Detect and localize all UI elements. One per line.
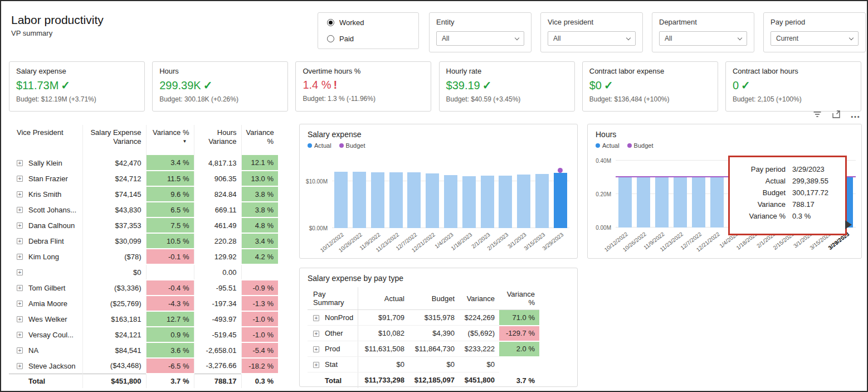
bar-12/7/2022[interactable] xyxy=(692,177,705,228)
expand-icon[interactable]: + xyxy=(17,207,23,213)
vp-table-row[interactable]: +Debra Flint$30,09910.5 %220.283.4 % xyxy=(9,233,278,249)
bar-11/9/2022[interactable] xyxy=(655,177,669,228)
filter-dropdown-vice-president[interactable]: All xyxy=(548,31,636,46)
expand-icon[interactable]: + xyxy=(17,316,23,322)
vp-table-row[interactable]: +Wes Welker$163,18112.7 %-493.97-1.0 % xyxy=(9,311,278,327)
filter-icon[interactable] xyxy=(812,109,822,119)
kpi-value: $39.19✓ xyxy=(446,79,568,92)
hours-variance-cell: -95.51 xyxy=(194,280,241,296)
bar-10/12/2022[interactable] xyxy=(618,177,632,228)
radio-unselected-icon xyxy=(327,35,334,42)
pay-column-header[interactable]: Variance % xyxy=(499,287,539,310)
vp-table-row[interactable]: +Dana Calhoun$37,3537.5 %461.494.8 % xyxy=(9,217,278,233)
bar-10/26/2022[interactable] xyxy=(353,172,366,228)
expand-icon[interactable]: + xyxy=(17,301,23,307)
pay-column-header[interactable]: Variance xyxy=(459,287,499,310)
hours-tooltip: Pay period3/29/2023Actual299,389.55Budge… xyxy=(728,156,847,235)
expand-icon[interactable]: + xyxy=(17,269,23,275)
bar-1/18/2023[interactable] xyxy=(462,176,476,228)
salary-variance-pct-cell: 3.4 % xyxy=(146,155,194,171)
expand-icon[interactable]: + xyxy=(313,362,319,368)
more-options-icon[interactable]: … xyxy=(850,109,860,119)
vp-table-row[interactable]: +Kris Smith$74,1459.6 %824.843.8 % xyxy=(9,186,278,202)
bar-2/15/2023[interactable] xyxy=(499,176,512,228)
vp-column-header[interactable]: Hours Variance xyxy=(194,125,241,155)
filter-dropdown-pay-period[interactable]: Current xyxy=(771,31,859,46)
radio-label: Paid xyxy=(339,35,354,43)
vp-table-row[interactable]: +Amia Moore($25,769)-4.3 %-197.34-1.3 % xyxy=(9,296,278,311)
bar-11/23/2022[interactable] xyxy=(674,177,687,228)
bar-11/9/2022[interactable] xyxy=(371,172,384,228)
kpi-title: Salary expense xyxy=(16,67,138,75)
expand-icon[interactable]: + xyxy=(313,331,319,337)
pay-column-header[interactable]: Budget xyxy=(409,287,459,310)
vp-table-row[interactable]: +Stan Frazier$24,71211.5 %906.3513.0 % xyxy=(9,171,278,186)
pay-table-row[interactable]: +Other$10,082$4,390($5,692)-129.7 % xyxy=(308,326,539,341)
pay-column-header[interactable]: Actual xyxy=(358,287,409,310)
expand-icon[interactable]: + xyxy=(17,363,23,369)
pay-variance-pct-cell: 2.0 % xyxy=(499,341,539,357)
bar-10/12/2022[interactable] xyxy=(334,172,348,228)
expand-icon[interactable]: + xyxy=(17,191,23,197)
hours-variance-cell: 129.92 xyxy=(194,249,241,264)
salary-variance-pct-cell: 3.6 % xyxy=(146,342,194,358)
vp-name: Debra Flint xyxy=(28,237,64,245)
pay-column-header[interactable]: Pay Summary xyxy=(308,287,358,310)
vp-table-row[interactable]: +Versay Coul...$24,1210.9 %-519.45-1.0 % xyxy=(9,327,278,342)
bar-12/21/2022[interactable] xyxy=(426,173,439,228)
expand-icon[interactable]: + xyxy=(313,315,319,321)
vp-table-row[interactable]: +Steve Jackson($43,468)-6.5 %-3,276.66-1… xyxy=(9,358,278,374)
vp-table-row[interactable]: +$00.00 xyxy=(9,264,278,280)
expand-icon[interactable]: + xyxy=(17,160,23,166)
expand-icon[interactable]: + xyxy=(17,347,23,354)
filter-dropdown-department[interactable]: All xyxy=(659,31,747,46)
pay-total-budget: $12,185,097 xyxy=(409,372,459,388)
hours-variance-cell: -519.45 xyxy=(194,327,241,342)
pay-table-row[interactable]: +Prod$11,631,508$11,864,730$233,2222.0 % xyxy=(308,341,539,357)
pay-total-row: Total$11,733,298$12,185,097$451,8003.7 % xyxy=(308,372,539,388)
expand-icon[interactable]: + xyxy=(17,238,23,244)
bar-3/29/2023[interactable] xyxy=(554,173,567,228)
radio-option-worked[interactable]: Worked xyxy=(327,18,409,27)
vp-column-header[interactable]: Variance % xyxy=(241,125,278,155)
vp-name-cell: +Kim Long xyxy=(9,249,82,264)
expand-icon[interactable]: + xyxy=(17,254,23,260)
bar-12/21/2022[interactable] xyxy=(710,177,724,228)
vp-column-header[interactable]: Variance %▼ xyxy=(146,125,194,155)
hours-variance-cell: -2,658.01 xyxy=(194,342,241,358)
vp-table-row[interactable]: +Scott Johans...$43,8306.5 %669.113.8 % xyxy=(9,202,278,217)
y-axis-tick: 0.40M xyxy=(596,158,611,164)
bar-3/15/2023[interactable] xyxy=(535,174,549,228)
vp-name-cell: +Steve Jackson xyxy=(9,358,82,374)
bar-2/1/2023[interactable] xyxy=(481,176,494,228)
pay-table-row[interactable]: +Stat$0$0$0 xyxy=(308,357,539,372)
tooltip-label: Pay period xyxy=(734,165,786,173)
budget-point-icon xyxy=(558,168,563,173)
vp-column-header[interactable]: Salary Expense Variance xyxy=(82,125,146,155)
bar-12/7/2022[interactable] xyxy=(407,172,421,228)
radio-option-paid[interactable]: Paid xyxy=(327,35,409,43)
vp-column-header-label: Salary Expense Variance xyxy=(90,128,141,146)
expand-icon[interactable]: + xyxy=(313,346,319,352)
pay-table-row[interactable]: +NonProd$91,709$315,978$224,26971.0 % xyxy=(308,310,539,326)
vp-table-row[interactable]: +Kim Long($78)-0.1 %129.924.2 % xyxy=(9,249,278,264)
bar-3/1/2023[interactable] xyxy=(517,175,530,228)
bar-1/4/2023[interactable] xyxy=(444,175,457,228)
vp-table-row[interactable]: +NA$84,5413.6 %-2,658.01-5.4 % xyxy=(9,342,278,358)
filter-card-pay-period: Pay periodCurrent xyxy=(763,12,866,52)
pay-budget-cell: $11,864,730 xyxy=(409,341,459,357)
hours-tooltip-rows: Pay period3/29/2023Actual299,389.55Budge… xyxy=(734,165,840,220)
salary-variance-pct-cell: -4.3 % xyxy=(146,296,194,311)
expand-icon[interactable]: + xyxy=(17,222,23,229)
filter-dropdown-entity[interactable]: All xyxy=(436,31,524,46)
vp-name: Wes Welker xyxy=(28,315,67,323)
bar-11/23/2022[interactable] xyxy=(389,172,403,228)
vp-table-row[interactable]: +Sally Klein$42,4703.4 %4,817.1312.1 % xyxy=(9,155,278,171)
expand-icon[interactable]: + xyxy=(17,285,23,291)
expand-icon[interactable]: + xyxy=(17,332,23,338)
focus-mode-icon[interactable] xyxy=(831,109,841,119)
bar-10/26/2022[interactable] xyxy=(637,177,650,228)
vp-column-header[interactable]: Vice President xyxy=(9,125,82,155)
vp-table-row[interactable]: +Tom Gilbert($3,336)-0.4 %-95.51-0.9 % xyxy=(9,280,278,296)
expand-icon[interactable]: + xyxy=(17,176,23,182)
